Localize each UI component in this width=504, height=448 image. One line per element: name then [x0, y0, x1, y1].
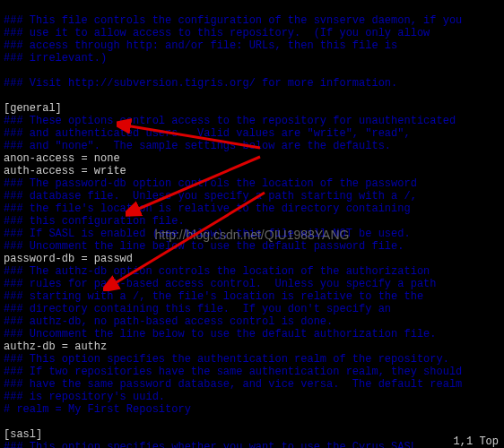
comment-line: ### starting with a /, the file's locati…	[4, 290, 423, 303]
comment-line: ### If two repositories have the same au…	[4, 366, 462, 378]
comment-line: ### This file controls the configuration…	[4, 14, 462, 27]
comment-line: ### rules for path-based access control.…	[4, 278, 436, 290]
comment-line: ### directory containing this file. If y…	[4, 303, 391, 315]
comment-line: ### If SASL is enabled (see below), this…	[4, 228, 411, 240]
comment-line: ### is repository's uuid.	[4, 391, 165, 403]
comment-line: # realm = My First Repository	[4, 403, 191, 416]
setting-auth-access: auth-access = write	[4, 165, 126, 177]
comment-line: ### Uncomment the line below to use the …	[4, 240, 404, 253]
comment-line: ### database file. Unless you specify a …	[4, 190, 417, 202]
comment-line: ### use it to allow access to this repos…	[4, 27, 430, 39]
config-editor[interactable]: ### This file controls the configuration…	[0, 0, 504, 448]
setting-password-db: password-db = passwd	[4, 253, 133, 265]
comment-line: ### These options control access to the …	[4, 115, 456, 127]
comment-line: ### authz-db, no path-based access contr…	[4, 315, 333, 328]
comment-line: ### access through http: and/or file: UR…	[4, 39, 397, 52]
comment-line: ### the file's location is relative to t…	[4, 202, 411, 215]
comment-line: ### Visit http://subversion.tigris.org/ …	[4, 77, 397, 90]
setting-authz-db: authz-db = authz	[4, 340, 107, 353]
status-bar: 1,1 Top	[0, 435, 504, 448]
comment-line: ### Uncomment the line below to use the …	[4, 328, 436, 340]
comment-line: ### have the same password database, and…	[4, 378, 462, 391]
comment-line: ### This option specifies the authentica…	[4, 353, 449, 366]
comment-line: ### and "none". The sample settings belo…	[4, 140, 391, 152]
comment-line: ### and authenticated users. Valid value…	[4, 127, 411, 140]
section-general: [general]	[4, 102, 62, 115]
comment-line: ### irrelevant.)	[4, 52, 107, 65]
comment-line: ### this configuration file.	[4, 215, 185, 228]
setting-anon-access: anon-access = none	[4, 152, 120, 165]
comment-line: ### The authz-db option controls the loc…	[4, 265, 430, 278]
comment-line: ### The password-db option controls the …	[4, 177, 417, 190]
